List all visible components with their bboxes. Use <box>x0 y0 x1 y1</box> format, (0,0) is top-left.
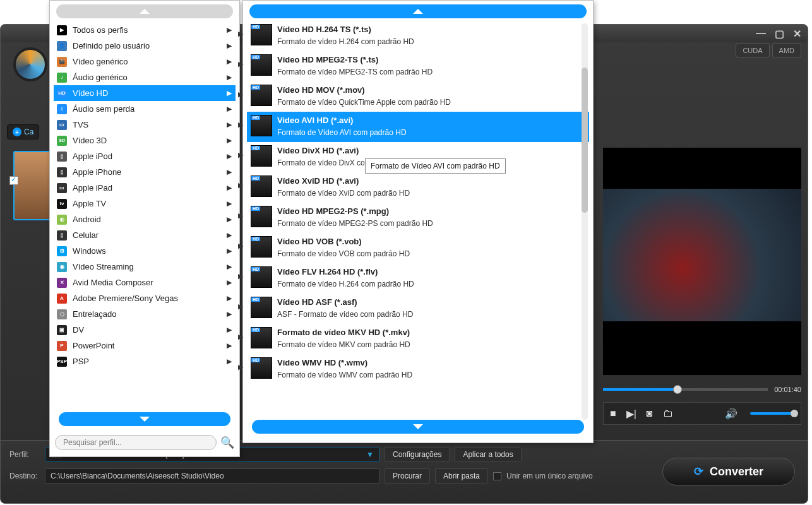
category-item[interactable]: ▯Apple iPhone▶ <box>54 164 236 180</box>
chevron-right-icon: ▶ <box>227 136 232 145</box>
category-icon: ▭ <box>56 182 68 194</box>
format-desc: Formato de vídeo VOB com padrão HD <box>277 248 410 259</box>
scroll-down-button[interactable] <box>59 412 230 426</box>
category-label: Vídeo genérico <box>73 57 128 66</box>
chevron-right-icon: ▶ <box>238 363 243 371</box>
chevron-right-icon: ▶ <box>227 215 232 223</box>
category-icon: ▶ <box>56 25 68 36</box>
add-file-button[interactable]: Ca <box>7 124 39 140</box>
close-button[interactable]: ✕ <box>793 28 801 40</box>
scrollbar-thumb[interactable] <box>582 68 588 213</box>
chevron-right-icon: ▶ <box>238 333 243 341</box>
maximize-button[interactable]: ▢ <box>775 28 784 40</box>
format-item[interactable]: ▶Vídeo HD ASF (*.asf)ASF - Formato de ví… <box>247 294 589 324</box>
scroll-up-button[interactable] <box>56 4 233 18</box>
browse-button[interactable]: Procurar <box>385 468 430 484</box>
profile-label: Perfil: <box>9 450 40 459</box>
format-item[interactable]: ▶Vídeo HD MPEG2-TS (*.ts)Formato de víde… <box>247 51 589 81</box>
volume-handle[interactable] <box>791 410 798 417</box>
format-item[interactable]: ▶Vídeo WMV HD (*.wmv)Formato de vídeo WM… <box>247 354 589 384</box>
category-label: TVS <box>73 120 88 129</box>
category-icon: ♪ <box>56 72 68 83</box>
timeline-track[interactable] <box>603 388 768 391</box>
merge-checkbox[interactable] <box>493 472 501 480</box>
search-input[interactable] <box>55 435 217 450</box>
format-desc: Formato de vídeo MKV com padrão HD <box>277 339 410 350</box>
format-icon <box>251 54 272 76</box>
category-label: Vídeo Streaming <box>73 262 134 271</box>
scrollbar[interactable] <box>582 23 588 420</box>
category-item[interactable]: ♫Áudio sem perda▶ <box>54 101 236 117</box>
category-label: Celular <box>73 230 99 240</box>
dest-path-field[interactable]: C:\Users\Bianca\Documents\Aiseesoft Stud… <box>45 468 379 484</box>
format-item[interactable]: ▶Vídeo FLV H.264 HD (*.flv)Formato de ví… <box>247 263 589 294</box>
stop-button[interactable]: ■ <box>610 408 616 419</box>
amd-button[interactable]: AMD <box>772 44 801 57</box>
chevron-right-icon: ▶ <box>227 121 232 129</box>
convert-button[interactable]: ⟳ Converter <box>662 458 795 485</box>
next-button[interactable]: ▶| <box>626 408 636 420</box>
category-item[interactable]: ▣DV▶ <box>54 322 236 338</box>
snapshot-button[interactable]: ◙ <box>647 408 653 419</box>
open-folder-button[interactable]: Abrir pasta <box>435 468 488 484</box>
format-item[interactable]: ▶Video AVI HD (*.avi)Formato de Vídeo AV… <box>247 112 589 142</box>
settings-button[interactable]: Configurações <box>385 447 450 462</box>
format-item[interactable]: ▶Vídeo HD MOV (*.mov)Formato de vídeo Qu… <box>247 81 589 112</box>
category-item[interactable]: ▭TVS▶ <box>54 117 236 133</box>
category-item[interactable]: ▶Todos os perfis▶ <box>54 22 236 38</box>
category-icon: ▯ <box>56 167 68 178</box>
category-item[interactable]: ▯Celular▶ <box>54 227 236 243</box>
category-item[interactable]: ◐Android▶ <box>54 211 236 227</box>
category-item[interactable]: 🎬Vídeo genérico▶ <box>54 54 236 69</box>
chevron-down-icon: ▼ <box>366 450 374 459</box>
category-item[interactable]: ⊞Windows▶ <box>54 243 236 259</box>
category-item[interactable]: ◉Vídeo Streaming▶ <box>54 259 236 275</box>
format-icon <box>251 327 272 348</box>
cuda-button[interactable]: CUDA <box>736 44 769 57</box>
category-item[interactable]: PSPPSP▶ <box>54 354 236 369</box>
player-controls: ■ ▶| ◙ 🗀 🔊 <box>603 402 801 425</box>
format-title: Vídeo FLV H.264 HD (*.flv) <box>277 266 414 278</box>
format-item[interactable]: ▶Vídeo HD VOB (*.vob)Formato de vídeo VO… <box>247 233 589 263</box>
file-checkbox[interactable] <box>9 176 18 185</box>
category-item[interactable]: 3DVídeo 3D▶ <box>54 133 236 148</box>
category-item[interactable]: ◌Entrelaçado▶ <box>54 306 236 322</box>
format-desc: Formato de vídeo WMV com padrão HD <box>277 369 412 381</box>
app-logo <box>13 47 47 81</box>
category-panel: ▶Todos os perfis▶👤Definido pelo usuário▶… <box>49 0 240 457</box>
category-item[interactable]: PPowerPoint▶ <box>54 338 236 354</box>
scroll-down-button[interactable] <box>252 420 584 434</box>
search-icon[interactable]: 🔍 <box>220 436 234 449</box>
timeline[interactable]: 00:01:40 <box>603 383 801 396</box>
category-item[interactable]: ▯Apple iPod▶ <box>54 148 236 164</box>
format-item[interactable]: ▶Vídeo XviD HD (*.avi)Formato de vídeo X… <box>247 172 589 203</box>
format-icon <box>251 24 272 45</box>
chevron-right-icon: ▶ <box>227 326 232 334</box>
category-item[interactable]: ♪Áudio genérico▶ <box>54 69 236 85</box>
format-item[interactable]: ▶Formato de vídeo MKV HD (*.mkv)Formato … <box>247 324 589 354</box>
category-icon: 👤 <box>56 40 68 52</box>
open-folder-button[interactable]: 🗀 <box>663 408 673 419</box>
chevron-right-icon: ▶ <box>227 231 232 239</box>
category-label: Android <box>73 215 101 224</box>
category-item[interactable]: tvApple TV▶ <box>54 196 236 211</box>
category-item[interactable]: HDVídeo HD▶ <box>54 85 236 101</box>
category-label: DV <box>73 325 84 335</box>
dest-label: Destino: <box>9 472 40 480</box>
category-item[interactable]: 👤Definido pelo usuário▶ <box>54 38 236 54</box>
category-icon: ⊞ <box>56 246 68 257</box>
timeline-handle[interactable] <box>673 385 682 394</box>
volume-icon[interactable]: 🔊 <box>725 408 737 420</box>
category-item[interactable]: ✕Avid Media Composer▶ <box>54 275 236 290</box>
chevron-right-icon: ▶ <box>238 60 243 68</box>
apply-all-button[interactable]: Aplicar a todos <box>455 447 521 462</box>
format-item[interactable]: ▶Vídeo HD MPEG2-PS (*.mpg)Formato de víd… <box>247 203 589 233</box>
category-label: Todos os perfis <box>73 25 128 35</box>
category-item[interactable]: ▭Apple iPad▶ <box>54 180 236 196</box>
volume-slider[interactable] <box>750 412 794 415</box>
scroll-up-button[interactable] <box>249 4 587 18</box>
category-item[interactable]: AAdobe Premiere/Sony Vegas▶ <box>54 290 236 306</box>
category-label: Apple iPad <box>73 183 112 193</box>
minimize-button[interactable]: — <box>756 28 766 39</box>
format-item[interactable]: ▶Vídeo HD H.264 TS (*.ts)Formato de víde… <box>247 21 589 51</box>
